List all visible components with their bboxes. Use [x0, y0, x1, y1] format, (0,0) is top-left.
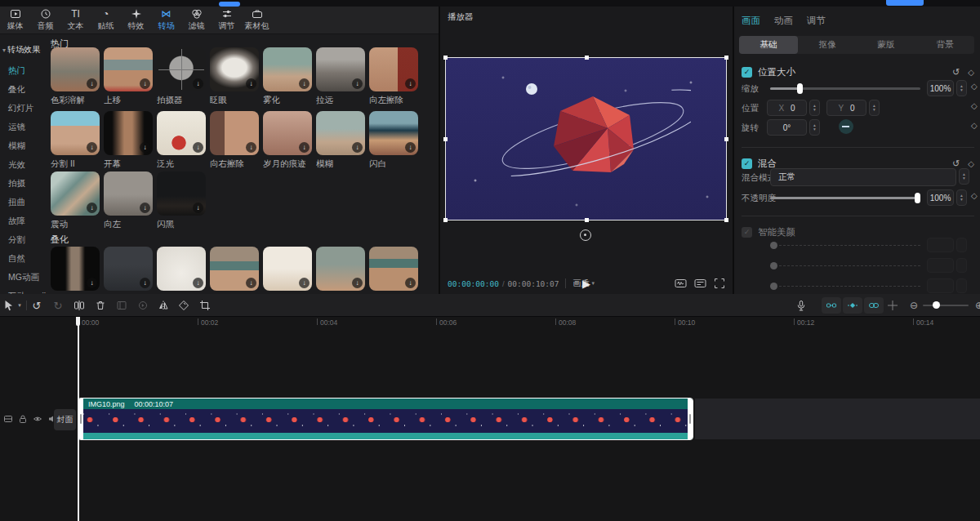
download-icon[interactable]: ↓	[246, 142, 256, 153]
opacity-slider[interactable]	[770, 197, 920, 199]
download-icon[interactable]: ↓	[299, 142, 310, 153]
preview-axis-icon[interactable]	[887, 300, 898, 311]
magnet-toggle[interactable]	[822, 297, 841, 314]
download-icon[interactable]: ↓	[246, 78, 256, 89]
rotate-handle-icon[interactable]	[580, 229, 591, 241]
linkage-toggle[interactable]	[864, 297, 884, 314]
download-icon[interactable]: ↓	[140, 78, 150, 89]
crop-icon[interactable]	[199, 300, 211, 311]
ruler-label[interactable]: 00:06	[436, 318, 457, 327]
keyframe-diamond-icon[interactable]: ◇	[971, 101, 978, 110]
transition-item-bloom[interactable]: ↓ 泛光	[157, 111, 206, 170]
timeline-zoom-slider[interactable]	[923, 305, 969, 306]
hide-track-icon[interactable]	[33, 414, 42, 424]
preview-quality-icon[interactable]	[675, 278, 687, 289]
video-preview-canvas[interactable]	[445, 57, 727, 220]
freeze-frame-icon[interactable]	[116, 300, 127, 311]
transition-item-wipe-left[interactable]: ↓ 向左擦除	[369, 47, 418, 106]
transition-item-split-ii[interactable]: ↓ 分割 II	[51, 111, 100, 170]
toolbar-item-filters[interactable]: 滤镜	[181, 8, 212, 32]
timeline-zoom-out-icon[interactable]: ⊖	[908, 300, 920, 311]
sidebar-item-dissolve[interactable]: 叠化	[8, 84, 25, 96]
position-x-field[interactable]: X 0	[767, 100, 807, 116]
download-icon[interactable]: ↓	[87, 78, 97, 89]
toolbar-item-sticker[interactable]: ◔ 贴纸	[91, 8, 121, 32]
download-icon[interactable]: ↓	[140, 203, 150, 213]
subtab-cutout[interactable]: 抠像	[798, 36, 857, 54]
ruler-label[interactable]: 00:08	[555, 318, 576, 327]
subtab-mask[interactable]: 蒙版	[857, 36, 915, 54]
ruler-label[interactable]: 00:14	[913, 318, 933, 327]
selection-handle[interactable]	[443, 218, 448, 222]
rotate-stepper[interactable]: ▴▾	[809, 119, 820, 136]
download-icon[interactable]: ↓	[193, 278, 203, 288]
download-icon[interactable]: ↓	[87, 203, 97, 213]
fullscreen-icon[interactable]	[714, 278, 725, 289]
rotate-value-field[interactable]: 0°	[767, 119, 807, 136]
sidebar-item-split[interactable]: 分割	[8, 234, 25, 246]
opacity-slider-knob[interactable]	[915, 193, 920, 203]
clip-trim-handle-left[interactable]	[78, 399, 83, 439]
subtab-background[interactable]: 背景	[915, 36, 974, 54]
toolbar-item-effects[interactable]: 特效	[121, 8, 151, 32]
toolbar-item-media[interactable]: 媒体	[0, 8, 30, 32]
sidebar-item-mg-animation[interactable]: MG动画	[8, 272, 39, 283]
transition-item-dissolve-5[interactable]: ↓	[263, 247, 312, 291]
record-voiceover-icon[interactable]	[795, 300, 807, 311]
ruler-label[interactable]: 00:10	[675, 318, 695, 327]
transition-item-blur[interactable]: ↓ 模糊	[316, 111, 365, 170]
selection-handle[interactable]	[585, 218, 589, 222]
transition-item-dissolve-6[interactable]: ↓	[316, 247, 365, 291]
download-icon[interactable]: ↓	[193, 203, 203, 213]
rotate-dial[interactable]	[839, 119, 853, 134]
track-options-icon[interactable]	[3, 414, 13, 424]
tab-animation[interactable]: 动画	[774, 15, 793, 27]
ruler-label[interactable]: 00:12	[794, 318, 814, 327]
transition-item-move-up[interactable]: ↓ 上移	[104, 47, 153, 106]
select-tool-chevron-icon[interactable]: ▾	[14, 300, 25, 311]
sidebar-header[interactable]: ▾转场效果	[2, 44, 40, 56]
mirror-icon[interactable]	[158, 300, 169, 311]
scale-slider[interactable]	[770, 87, 920, 90]
download-icon[interactable]: ↓	[405, 142, 416, 153]
subtab-basic[interactable]: 基础	[739, 36, 798, 54]
selection-handle[interactable]	[724, 56, 728, 60]
transition-item-viewfinder[interactable]: ↓ 拍摄器	[157, 47, 206, 106]
sidebar-item-hot[interactable]: 热门	[8, 65, 25, 77]
playhead[interactable]	[78, 317, 79, 521]
cover-button[interactable]: 封面	[54, 409, 76, 430]
transition-item-fog[interactable]: ↓ 雾化	[263, 47, 312, 106]
reset-icon[interactable]: ↺	[952, 158, 960, 169]
download-icon[interactable]: ↓	[352, 78, 363, 89]
transition-item-dissolve-2[interactable]: ↓	[104, 247, 153, 291]
transition-item-flash-white[interactable]: ↓ 闪白	[369, 111, 418, 170]
redo-icon[interactable]: ↻	[52, 300, 64, 311]
keyframe-diamond-icon[interactable]: ◇	[971, 121, 978, 130]
keyframe-diamond-icon[interactable]: ◇	[968, 159, 974, 168]
download-icon[interactable]: ↓	[405, 78, 416, 89]
transition-item-dissolve-1[interactable]: ↓	[51, 247, 100, 291]
reset-icon[interactable]: ↺	[952, 67, 960, 78]
download-icon[interactable]: ↓	[140, 278, 150, 288]
transition-item-color-dissolve[interactable]: ↓ 色彩溶解	[51, 47, 100, 106]
delete-icon[interactable]	[95, 300, 106, 311]
ruler-label[interactable]: 00:00	[78, 318, 99, 327]
blend-checkbox[interactable]: ✓	[742, 158, 752, 169]
opacity-value-field[interactable]: 100%	[927, 189, 954, 206]
blend-mode-stepper[interactable]: ▴▾	[959, 168, 969, 185]
tab-picture[interactable]: 画面	[742, 15, 760, 27]
undo-icon[interactable]: ↺	[31, 300, 42, 311]
download-icon[interactable]: ↓	[299, 278, 310, 288]
lock-track-icon[interactable]	[18, 414, 28, 424]
sidebar-item-shoot[interactable]: 拍摄	[8, 178, 25, 189]
download-icon[interactable]: ↓	[87, 278, 97, 288]
blend-mode-dropdown[interactable]: 正常	[770, 168, 956, 186]
sidebar-item-slideshow[interactable]: 幻灯片	[8, 103, 34, 114]
sidebar-item-camera-move[interactable]: 运镜	[8, 122, 25, 133]
sidebar-item-glitch[interactable]: 故障	[8, 216, 25, 227]
download-icon[interactable]: ↓	[193, 78, 203, 89]
download-icon[interactable]: ↓	[352, 278, 363, 288]
toolbar-item-adjust[interactable]: 调节	[212, 8, 242, 32]
toolbar-item-audio[interactable]: 音频	[30, 8, 60, 32]
transition-item-dissolve-4[interactable]: ↓	[210, 247, 259, 291]
